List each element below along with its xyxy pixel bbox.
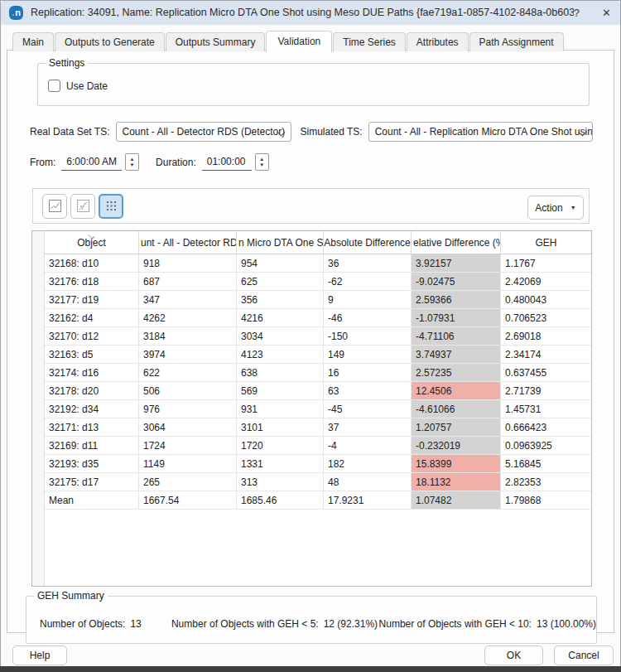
column-header[interactable]: GEH (501, 231, 591, 254)
table-cell-sim[interactable]: 1720 (237, 437, 324, 454)
table-cell-sim[interactable]: 4123 (237, 346, 324, 363)
table-row[interactable]: 32163: d5397441231493.749372.34174 (45, 346, 591, 364)
table-cell-real[interactable]: 687 (139, 273, 237, 290)
scatter-plot-button[interactable] (70, 194, 95, 219)
table-cell-abs[interactable]: 9 (324, 291, 412, 308)
column-header[interactable]: Object (45, 231, 139, 254)
table-cell-rel[interactable]: 1.07482 (412, 491, 501, 509)
title-bar[interactable]: .n Replication: 34091, Name: Replication… (0, 0, 621, 25)
validation-table[interactable]: Objectunt - All - Detector RDn Micro DTA… (31, 230, 592, 587)
table-cell-sim[interactable]: 4216 (237, 309, 324, 326)
table-row[interactable]: Mean1667.541685.4617.92311.074821.79868 (45, 491, 591, 510)
table-cell-real[interactable]: 976 (139, 400, 237, 418)
table-cell-object[interactable]: 32178: d20 (45, 382, 139, 399)
table-cell-sim[interactable]: 3034 (237, 327, 324, 345)
table-cell-geh[interactable]: 1.1767 (501, 254, 591, 272)
from-time-value[interactable]: 6:00:00 AM (61, 153, 122, 171)
table-cell-real[interactable]: 3064 (139, 418, 237, 436)
tab-validation[interactable]: Validation (266, 31, 332, 52)
table-cell-real[interactable]: 3974 (139, 346, 237, 363)
use-date-checkbox[interactable] (48, 80, 60, 92)
table-cell-rel[interactable]: -1.07931 (412, 309, 501, 326)
table-cell-abs[interactable]: 182 (324, 455, 412, 472)
table-cell-abs[interactable]: 17.9231 (324, 491, 412, 509)
table-cell-geh[interactable]: 2.69018 (501, 327, 591, 345)
table-cell-object[interactable]: 32163: d5 (45, 346, 139, 363)
table-row[interactable]: 32171: d1330643101371.207570.666423 (45, 418, 591, 437)
table-cell-real[interactable]: 918 (139, 254, 237, 272)
help-button[interactable]: Help (12, 645, 67, 665)
table-cell-rel[interactable]: -4.71106 (412, 327, 501, 345)
table-cell-real[interactable]: 622 (139, 364, 237, 381)
table-cell-object[interactable]: 32169: d11 (45, 437, 139, 454)
table-cell-abs[interactable]: 63 (324, 382, 412, 399)
table-cell-geh[interactable]: 2.42069 (501, 273, 591, 290)
table-cell-rel[interactable]: 1.20757 (412, 418, 501, 436)
table-cell-rel[interactable]: 15.8399 (412, 455, 501, 472)
table-cell-object[interactable]: 32176: d18 (45, 273, 139, 290)
table-cell-geh[interactable]: 0.637455 (501, 364, 591, 381)
table-row[interactable]: 32175: d172653134818.11322.82353 (45, 473, 591, 491)
tab-time-series[interactable]: Time Series (333, 32, 406, 51)
duration-spinner[interactable]: 01:00:00 ▲▼ (202, 153, 269, 171)
cancel-button[interactable]: Cancel (554, 645, 614, 665)
table-cell-abs[interactable]: -150 (324, 327, 412, 345)
table-cell-real[interactable]: 4262 (139, 309, 237, 326)
tab-main[interactable]: Main (12, 32, 54, 51)
table-row[interactable]: 32193: d351149133118215.83995.16845 (45, 455, 591, 473)
table-cell-object[interactable]: 32177: d19 (45, 291, 139, 308)
table-cell-object[interactable]: 32174: d16 (45, 364, 139, 381)
duration-value[interactable]: 01:00:00 (202, 153, 252, 171)
table-cell-geh[interactable]: 2.34174 (501, 346, 591, 363)
table-cell-geh[interactable]: 0.0963925 (501, 437, 591, 454)
table-cell-abs[interactable]: 48 (324, 473, 412, 491)
table-cell-real[interactable]: 506 (139, 382, 237, 399)
table-row[interactable]: 32176: d18687625-62-9.024752.42069 (45, 273, 591, 291)
table-cell-sim[interactable]: 1685.46 (237, 491, 324, 509)
table-cell-object[interactable]: Mean (45, 491, 139, 509)
table-row[interactable]: 32177: d1934735692.593660.480043 (45, 291, 591, 309)
table-view-button[interactable] (99, 194, 123, 219)
table-row[interactable]: 32170: d1231843034-150-4.711062.69018 (45, 327, 591, 346)
table-cell-geh[interactable]: 0.480043 (501, 291, 591, 308)
spinner-arrows-icon[interactable]: ▲▼ (255, 153, 269, 171)
table-cell-sim[interactable]: 1331 (237, 455, 324, 472)
tab-path-assignment[interactable]: Path Assignment (469, 32, 564, 51)
table-cell-rel[interactable]: 3.74937 (412, 346, 501, 363)
from-time-spinner[interactable]: 6:00:00 AM ▲▼ (61, 153, 139, 171)
table-cell-real[interactable]: 1724 (139, 437, 237, 454)
simulated-ts-select[interactable]: Count - All - Replication Micro DTA One … (368, 122, 593, 142)
table-cell-rel[interactable]: -0.232019 (412, 437, 501, 454)
table-cell-object[interactable]: 32170: d12 (45, 327, 139, 345)
table-cell-abs[interactable]: -46 (324, 309, 412, 326)
table-cell-real[interactable]: 3184 (139, 327, 237, 345)
close-icon[interactable]: ✕ (602, 7, 611, 19)
spinner-arrows-icon[interactable]: ▲▼ (125, 153, 139, 171)
table-cell-real[interactable]: 1149 (139, 455, 237, 472)
table-cell-real[interactable]: 347 (139, 291, 237, 308)
ok-button[interactable]: OK (484, 645, 543, 665)
table-cell-sim[interactable]: 3101 (237, 418, 324, 436)
table-cell-geh[interactable]: 5.16845 (501, 455, 591, 472)
table-cell-object[interactable]: 32175: d17 (45, 473, 139, 491)
column-header[interactable]: Absolute Difference (324, 231, 412, 254)
table-cell-geh[interactable]: 0.666423 (501, 418, 591, 436)
table-cell-object[interactable]: 32171: d13 (45, 418, 139, 436)
table-cell-sim[interactable]: 931 (237, 400, 324, 418)
table-cell-geh[interactable]: 2.82353 (501, 473, 591, 491)
action-button[interactable]: Action ▼ (527, 196, 584, 220)
table-cell-abs[interactable]: 149 (324, 346, 412, 363)
table-cell-object[interactable]: 32193: d35 (45, 455, 139, 472)
table-cell-abs[interactable]: -45 (324, 400, 412, 418)
table-cell-rel[interactable]: 18.1132 (412, 473, 501, 491)
column-header[interactable]: unt - All - Detector RD (139, 231, 237, 254)
table-cell-geh[interactable]: 2.71739 (501, 382, 591, 399)
table-cell-rel[interactable]: 2.59366 (412, 291, 501, 308)
table-cell-object[interactable]: 32192: d34 (45, 400, 139, 418)
table-cell-sim[interactable]: 313 (237, 473, 324, 491)
tab-attributes[interactable]: Attributes (407, 32, 469, 51)
table-row[interactable]: 32162: d442624216-46-1.079310.706523 (45, 309, 591, 327)
table-cell-real[interactable]: 265 (139, 473, 237, 491)
table-cell-rel[interactable]: 3.92157 (412, 254, 501, 272)
table-cell-abs[interactable]: -62 (324, 273, 412, 290)
